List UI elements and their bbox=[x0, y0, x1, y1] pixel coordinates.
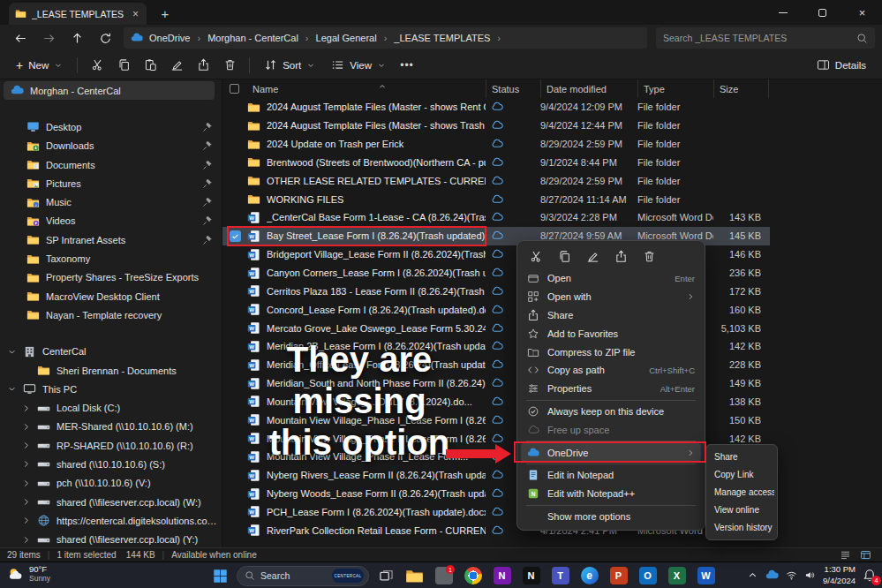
minimize-button[interactable] bbox=[763, 0, 803, 25]
tray-chevron-up-icon[interactable] bbox=[747, 569, 758, 581]
wifi-icon[interactable] bbox=[786, 569, 797, 581]
new-tab-button[interactable]: + bbox=[155, 4, 175, 23]
select-all-checkbox[interactable] bbox=[230, 84, 247, 94]
onedrive-tray-icon[interactable] bbox=[765, 569, 779, 582]
cut-button[interactable] bbox=[85, 54, 109, 77]
sidebar-item-shared-10-10-10-6-s[interactable]: shared (\\10.10.10.6) (S:) bbox=[0, 455, 222, 473]
trash-quick-button[interactable] bbox=[637, 245, 660, 267]
sidebar-item-rp-shared-10-10-10-6-r[interactable]: RP-SHARED (\\10.10.10.6) (R:) bbox=[0, 436, 222, 455]
taskbar-clock[interactable]: 1:30 PM 9/4/2024 bbox=[823, 564, 856, 586]
sort-button[interactable]: Sort bbox=[257, 54, 322, 77]
sidebar-item-videos[interactable]: Videos bbox=[0, 212, 222, 230]
back-button[interactable] bbox=[7, 26, 34, 49]
sidebar-item-sp-intranet-assets[interactable]: SP Intranet Assets bbox=[0, 230, 222, 249]
paste-button[interactable] bbox=[138, 54, 162, 77]
breadcrumb-item-onedrive[interactable]: OneDrive bbox=[146, 33, 193, 43]
sidebar-item-sheri-brennan-documents[interactable]: Sheri Brennan - Documents bbox=[0, 361, 222, 380]
sidebar-item-shared-fileserver-ccp-local-w[interactable]: shared (\\fileserver.ccp.local) (W:) bbox=[0, 493, 222, 511]
copy-quick-button[interactable] bbox=[553, 245, 576, 267]
submenu-item-manage-access[interactable]: Manage access bbox=[709, 483, 774, 501]
taskbar-app-edge[interactable]: e bbox=[577, 565, 601, 586]
taskbar-app-powerpoint[interactable]: P bbox=[607, 565, 630, 586]
taskbar-app-notification-app[interactable]: 1 bbox=[432, 565, 456, 586]
rename-button[interactable] bbox=[164, 54, 189, 77]
cut-quick-button[interactable] bbox=[524, 245, 547, 267]
taskbar-app-outlook[interactable]: O bbox=[636, 565, 660, 586]
column-header-date-modified[interactable]: Date modified bbox=[540, 79, 637, 98]
column-header-type[interactable]: Type bbox=[637, 79, 713, 98]
context-menu-item-properties[interactable]: PropertiesAlt+Enter bbox=[521, 380, 701, 398]
sidebar-item-pictures[interactable]: Pictures bbox=[0, 174, 222, 192]
refresh-button[interactable] bbox=[92, 26, 118, 49]
file-row-working-files[interactable]: WORKING FILES8/27/2024 11:14 AMFile fold… bbox=[222, 190, 882, 208]
context-menu-item-show-more-options[interactable]: Show more options bbox=[521, 508, 701, 526]
taskbar-app-word[interactable]: W bbox=[694, 565, 718, 586]
sidebar-item-documents[interactable]: Documents bbox=[0, 155, 222, 174]
sidebar-item-shared-fileserver-ccp-local-y[interactable]: shared (\\fileserver.ccp.local) (Y:) bbox=[0, 531, 222, 547]
file-row-other-lease-related-templates-current[interactable]: OTHER LEASE RELATED TEMPLATES - CURRENT8… bbox=[222, 171, 882, 190]
file-row-2024-august-template-files-master-shows-[interactable]: 2024 August Template Files (Master - sho… bbox=[222, 98, 882, 117]
search-input[interactable] bbox=[663, 33, 856, 43]
context-menu-item-always-keep-on-this-device[interactable]: Always keep on this device bbox=[521, 403, 701, 421]
notification-bell[interactable]: 4 bbox=[863, 569, 877, 583]
delete-button[interactable] bbox=[217, 54, 242, 77]
file-row-brentwood-streets-of-brentwood-northern-[interactable]: Brentwood (Streets of Brentwood)(Norther… bbox=[222, 154, 882, 172]
submenu-item-copy-link[interactable]: Copy Link bbox=[709, 465, 774, 483]
weather-widget[interactable]: 90°F Sunny bbox=[7, 565, 50, 584]
sidebar-item-property-shares-treesize-exports[interactable]: Property Shares - TreeSize Exports bbox=[0, 268, 222, 287]
explorer-tab[interactable]: _LEASE TEMPLATES × bbox=[9, 3, 147, 25]
rename-quick-button[interactable] bbox=[581, 245, 604, 267]
submenu-item-view-online[interactable]: View online bbox=[709, 501, 774, 519]
context-menu-item-edit-with-notepad[interactable]: NEdit with Notepad++ bbox=[521, 485, 701, 503]
more-options-button[interactable]: ••• bbox=[395, 54, 419, 77]
file-row-2024-update-on-trash-per-erick[interactable]: 2024 Update on Trash per Erick8/29/2024 … bbox=[222, 135, 882, 154]
volume-icon[interactable] bbox=[804, 569, 816, 581]
taskbar-search[interactable]: Search CENTERCAL bbox=[237, 566, 369, 586]
breadcrumb-item-lease-templates[interactable]: _LEASE TEMPLATES bbox=[390, 33, 494, 43]
sidebar-item-desktop[interactable]: Desktop bbox=[0, 117, 222, 136]
context-menu-item-copy-as-path[interactable]: Copy as pathCtrl+Shift+C bbox=[521, 361, 701, 380]
context-menu-item-add-to-favorites[interactable]: Add to Favorites bbox=[521, 324, 701, 343]
sidebar-item-music[interactable]: ♪Music bbox=[0, 192, 222, 211]
copy-button[interactable] bbox=[111, 54, 136, 77]
sidebar-item-local-disk-c[interactable]: Local Disk (C:) bbox=[0, 398, 222, 417]
file-row-centercal-base-form-1-lease-ca-8-26-24-t[interactable]: W_CenterCal Base Form 1-Lease - CA (8.26… bbox=[222, 208, 882, 227]
context-menu-item-compress-to-zip-file[interactable]: Compress to ZIP file bbox=[521, 343, 701, 361]
taskbar-app-chrome[interactable] bbox=[461, 565, 485, 586]
taskbar-app-onenote[interactable]: N bbox=[490, 565, 514, 586]
share-quick-button[interactable] bbox=[609, 245, 632, 267]
context-menu-item-open[interactable]: OpenEnter bbox=[521, 269, 701, 288]
list-view-toggle-icon[interactable] bbox=[840, 549, 851, 561]
column-header-name[interactable]: Name bbox=[247, 84, 486, 94]
row-checkbox[interactable] bbox=[230, 230, 247, 242]
tab-close-icon[interactable]: × bbox=[131, 8, 140, 20]
close-button[interactable]: × bbox=[842, 0, 882, 25]
taskbar-app-excel[interactable]: X bbox=[665, 565, 689, 586]
start-button[interactable] bbox=[208, 565, 231, 586]
context-menu-item-onedrive[interactable]: OneDrive bbox=[521, 443, 701, 462]
new-button[interactable]: + New bbox=[9, 54, 70, 77]
sidebar-item-nayan-template-recovery[interactable]: Nayan - Template recovery bbox=[0, 305, 222, 324]
task-view-button[interactable] bbox=[374, 565, 397, 586]
context-menu-item-open-with[interactable]: Open with bbox=[521, 288, 701, 306]
details-view-toggle-icon[interactable] bbox=[860, 549, 871, 561]
sidebar-item-https-centercal-digiteksolutions-com-uploads-x[interactable]: https://centercal.digiteksolutions.com/u… bbox=[0, 511, 222, 530]
submenu-item-version-history[interactable]: Version history bbox=[709, 519, 774, 537]
column-header-size[interactable]: Size bbox=[713, 79, 768, 98]
taskbar-app-notion[interactable]: N bbox=[519, 565, 543, 586]
sidebar-item-pch-10-10-10-6-v[interactable]: pch (\\10.10.10.6) (V:) bbox=[0, 474, 222, 493]
context-menu-item-share[interactable]: Share bbox=[521, 306, 701, 325]
up-button[interactable] bbox=[64, 26, 90, 49]
sidebar-item-downloads[interactable]: Downloads bbox=[0, 137, 222, 155]
sidebar-group-this-pc[interactable]: This PC bbox=[0, 380, 222, 398]
share-button[interactable] bbox=[191, 54, 215, 77]
context-menu-item-free-up-space[interactable]: Free up space bbox=[521, 420, 701, 439]
column-header-status[interactable]: Status bbox=[486, 79, 540, 98]
breadcrumb-item-legal-general[interactable]: Legal General bbox=[313, 33, 381, 43]
forward-button[interactable] bbox=[35, 26, 62, 49]
file-row-2024-august-template-files-master-shows-[interactable]: 2024 August Template Files (Master - sho… bbox=[222, 117, 882, 135]
sidebar-item-onedrive-root[interactable]: Morghan - CenterCal bbox=[4, 81, 215, 100]
sidebar-item-mer-shared-10-10-10-6-m[interactable]: MER-Shared (\\10.10.10.6) (M:) bbox=[0, 418, 222, 436]
taskbar-app-file-explorer[interactable] bbox=[403, 565, 426, 586]
view-button[interactable]: View bbox=[324, 54, 393, 77]
